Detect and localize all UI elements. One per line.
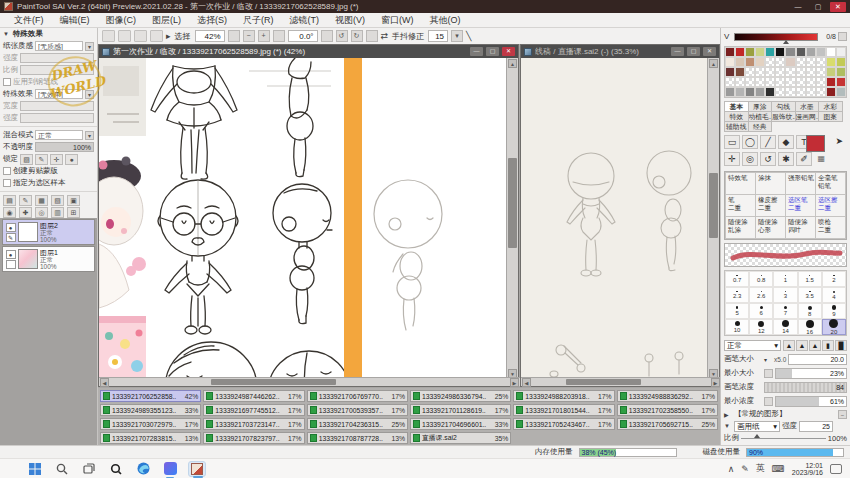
taskbar-clock[interactable]: 12:01 2023/9/16 (792, 462, 823, 476)
color-swatch[interactable] (725, 67, 735, 77)
window-close-button[interactable]: ✕ (703, 47, 716, 56)
texture-scale-field[interactable] (20, 65, 94, 75)
layer-thumbnail[interactable] (18, 222, 38, 242)
menu-item[interactable]: 图层(L) (144, 14, 189, 27)
color-swatch[interactable] (796, 47, 806, 57)
lock-paint-icon[interactable]: ✎ (35, 154, 48, 165)
brush-category-tab[interactable]: 图案 (818, 111, 843, 122)
file-tab[interactable]: 1333924988203918..17% (513, 390, 614, 402)
rotate-cw-button[interactable]: ↻ (351, 30, 363, 42)
palette-grid-icon[interactable]: ▦ (817, 154, 825, 163)
opacity-slider[interactable]: 100% (35, 142, 94, 152)
brush-size-option[interactable]: 9 (822, 303, 846, 319)
brush-size-option[interactable]: 14 (773, 319, 797, 335)
window-minimize-button[interactable]: — (671, 47, 684, 56)
file-tab[interactable]: 1333921704236315..25% (307, 418, 408, 430)
task-view-icon[interactable] (80, 461, 98, 477)
color-swatch[interactable] (796, 67, 806, 77)
color-swatch[interactable] (775, 87, 785, 97)
brush-size-option[interactable]: 6 (749, 303, 773, 319)
brush-size-option[interactable]: 1 (773, 271, 797, 287)
color-swatch[interactable] (826, 57, 836, 67)
eyedropper-tool-button[interactable]: ✐ (796, 152, 812, 166)
file-tab[interactable]: 1333921708787728..13% (307, 432, 408, 444)
new-pen-layer-icon[interactable]: ✎ (19, 195, 32, 206)
color-swatch[interactable] (826, 47, 836, 57)
brush-size-option[interactable]: 0.8 (749, 271, 773, 287)
lock-transparency-icon[interactable]: ▨ (20, 154, 33, 165)
color-swatch[interactable] (796, 87, 806, 97)
value-slider[interactable] (734, 33, 818, 41)
app-close-button[interactable]: ✕ (830, 2, 846, 12)
file-tab[interactable]: 1333924988836292..17% (617, 390, 718, 402)
notification-center-icon[interactable] (830, 464, 842, 474)
rotate-ccw-button[interactable]: ↺ (336, 30, 348, 42)
min-size-slider[interactable]: 23% (775, 368, 847, 379)
effect-strength-field[interactable] (20, 113, 94, 123)
sai-taskbar-icon[interactable] (188, 461, 206, 477)
color-swatch[interactable] (806, 77, 816, 87)
color-swatch[interactable] (836, 47, 846, 57)
brush-category-tab[interactable]: 辅助线 (724, 121, 749, 132)
touch-keyboard-icon[interactable]: ⌨ (772, 464, 785, 474)
stabilizer-value-field[interactable]: 15 (428, 30, 448, 42)
file-tab[interactable]: 1333921705243467..17% (513, 418, 614, 430)
brush-item[interactable]: 特效笔 (726, 173, 755, 194)
main-horizontal-scrollbar[interactable]: ◀ ▶ (99, 377, 520, 386)
file-tab[interactable]: 1333924987446262..17% (203, 390, 304, 402)
brush-size-option[interactable]: 12 (749, 319, 773, 335)
brush-item[interactable]: 随便涂乱涂 (726, 217, 755, 238)
color-swatch[interactable] (816, 67, 826, 77)
start-button[interactable] (26, 461, 44, 477)
search-app-icon[interactable] (107, 461, 125, 477)
clear-layer-icon[interactable]: ▥ (51, 207, 64, 218)
brush-item[interactable]: 喷枪二重 (816, 217, 845, 238)
scroll-thumb[interactable] (566, 379, 641, 385)
shape-group-button[interactable]: − (838, 410, 847, 419)
brush-item[interactable]: 涂抹 (756, 173, 785, 194)
color-swatch[interactable] (735, 67, 745, 77)
shape-group-label[interactable]: 【常规的图形】 (734, 409, 787, 419)
scroll-thumb[interactable] (211, 379, 336, 385)
file-tab[interactable]: 1333921701801544..17% (513, 404, 614, 416)
stroke-style-icon[interactable]: ╲ (466, 31, 471, 41)
search-icon[interactable] (53, 461, 71, 477)
color-swatch[interactable] (745, 67, 755, 77)
hand-tool-button[interactable]: ✱ (778, 152, 794, 166)
color-swatch[interactable] (806, 67, 816, 77)
effect-width-field[interactable] (20, 101, 94, 111)
add-mask-icon[interactable]: ✚ (19, 207, 32, 218)
swap-icon[interactable]: ⇄ (381, 31, 389, 41)
menu-item[interactable]: 尺子(R) (235, 14, 282, 27)
app-maximize-button[interactable]: ▢ (810, 2, 826, 12)
zoom-fit-button[interactable] (228, 30, 240, 42)
color-swatch[interactable] (735, 87, 745, 97)
flip-button[interactable] (321, 30, 333, 42)
menu-item[interactable]: 窗口(W) (373, 14, 422, 27)
color-swatch[interactable] (745, 57, 755, 67)
rotate-tool-button[interactable]: ↺ (760, 152, 776, 166)
visibility-toggle[interactable]: ● (6, 223, 16, 232)
angle-reset-button[interactable] (366, 30, 378, 42)
zoom-out-button[interactable]: − (243, 30, 255, 42)
brush-size-slider[interactable]: 20.0 (788, 354, 847, 365)
collapse-icon[interactable]: ▼ (724, 423, 732, 429)
density-slider[interactable]: 84 (764, 382, 847, 393)
color-swatch[interactable] (725, 57, 735, 67)
brush-size-option[interactable]: 16 (798, 319, 822, 335)
menu-item[interactable]: 其他(O) (422, 14, 469, 27)
brush-size-option[interactable]: 2.6 (749, 287, 773, 303)
menu-item[interactable]: 选择(S) (189, 14, 235, 27)
file-tab[interactable]: 1333921702358550..17% (617, 404, 718, 416)
color-swatch[interactable] (765, 67, 775, 77)
color-swatch[interactable] (785, 87, 795, 97)
color-swatch[interactable] (765, 57, 775, 67)
color-swatch[interactable] (836, 57, 846, 67)
rect-select-tool-button[interactable]: ▭ (724, 135, 740, 149)
brush-size-option[interactable]: 1.5 (798, 271, 822, 287)
color-swatch[interactable] (735, 47, 745, 57)
brush-blend-mode-select[interactable]: 正常▾ (724, 340, 781, 351)
zoom-tool-button[interactable]: ◎ (742, 152, 758, 166)
brush-size-option[interactable]: 20 (822, 319, 846, 335)
paper-texture-select[interactable]: [无质感] (35, 41, 83, 51)
